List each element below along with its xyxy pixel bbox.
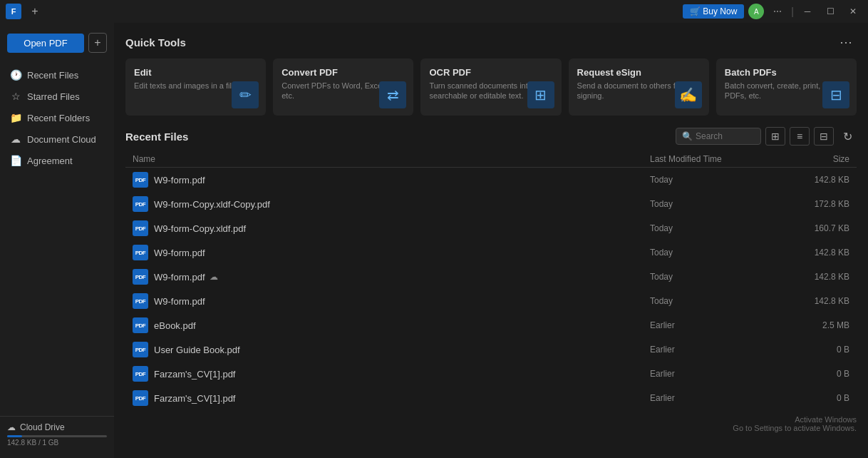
recent-files-title: Recent Files — [125, 131, 188, 143]
minimize-button[interactable]: ─ — [798, 4, 817, 19]
file-icon: PDF — [133, 245, 148, 260]
table-row[interactable]: PDF eBook.pdf Earlier 2.5 MB — [125, 313, 857, 337]
add-button[interactable]: + — [88, 33, 107, 53]
nav-label-document-cloud: Document Cloud — [27, 134, 96, 145]
avatar[interactable]: A — [748, 4, 764, 19]
activation-desc: Go to Settings to activate Windows. — [733, 424, 857, 432]
tool-card-request-esign[interactable]: Request eSign Send a document to others … — [569, 58, 709, 116]
sidebar-item-agreement[interactable]: 📄Agreement — [0, 150, 114, 171]
quick-tools-title: Quick Tools — [125, 36, 186, 49]
grid-view-button[interactable]: ⊞ — [765, 127, 785, 146]
storage-fill — [7, 435, 22, 437]
sidebar-item-starred-files[interactable]: ☆Starred Files — [0, 86, 114, 107]
nav-label-starred-files: Starred Files — [27, 91, 80, 102]
tool-icon-edit: ✏ — [232, 81, 259, 108]
content: Quick Tools ⋯ Edit Edit texts and images… — [114, 23, 868, 458]
file-size: 142.8 KB — [778, 272, 849, 282]
refresh-button[interactable]: ↻ — [838, 127, 857, 146]
app-icon: F — [6, 4, 21, 19]
table-row[interactable]: PDF W9-form.pdf Today 142.8 KB — [125, 168, 857, 192]
nav-icon-recent-folders: 📁 — [10, 112, 21, 123]
file-icon: PDF — [133, 342, 148, 357]
storage-bar — [7, 435, 107, 437]
tool-card-convert-pdf[interactable]: Convert PDF Convert PDFs to Word, Excel,… — [273, 58, 413, 116]
sidebar-item-recent-files[interactable]: 🕐Recent Files — [0, 64, 114, 86]
file-name: W9-form.pdf ☁ — [154, 272, 650, 283]
file-modified: Today — [650, 272, 778, 282]
table-row[interactable]: PDF Farzam's_CV[1].pdf Earlier 0 B — [125, 362, 857, 386]
table-row[interactable]: PDF W9-form-Copy.xldf-Copy.pdf Today 172… — [125, 192, 857, 216]
cloud-drive-row[interactable]: ☁ Cloud Drive — [7, 422, 107, 432]
close-button[interactable]: ✕ — [844, 4, 862, 19]
file-icon: PDF — [133, 196, 148, 212]
file-list-header: Name Last Modified Time Size — [125, 151, 857, 168]
quick-tools-header: Quick Tools ⋯ — [125, 23, 857, 58]
tool-icon-batch-pdfs: ⊟ — [822, 81, 849, 108]
file-icon: PDF — [133, 293, 148, 309]
tool-title-edit: Edit — [134, 67, 257, 78]
file-name: Farzam's_CV[1].pdf — [154, 369, 650, 380]
details-view-button[interactable]: ⊟ — [814, 127, 834, 146]
file-name: Farzam's_CV[1].pdf — [154, 393, 650, 404]
file-modified: Earlier — [650, 369, 778, 379]
search-box[interactable]: 🔍 — [676, 128, 761, 145]
tool-icon-area-edit: ✏ — [232, 81, 259, 108]
sidebar-item-document-cloud[interactable]: ☁Document Cloud — [0, 128, 114, 150]
tool-title-ocr-pdf: OCR PDF — [429, 67, 552, 78]
file-modified: Today — [650, 223, 778, 233]
sidebar-item-recent-folders[interactable]: 📁Recent Folders — [0, 107, 114, 128]
file-icon: PDF — [133, 390, 148, 406]
list-view-button[interactable]: ≡ — [790, 127, 810, 146]
file-modified: Earlier — [650, 345, 778, 355]
tool-icon-area-ocr-pdf: ⊞ — [527, 81, 554, 108]
file-modified: Today — [650, 248, 778, 258]
file-icon: PDF — [133, 172, 148, 188]
file-name: W9-form.pdf — [154, 175, 650, 185]
sidebar-top: Open PDF + — [0, 29, 114, 57]
buy-now-button[interactable]: 🛒 Buy Now — [683, 4, 744, 19]
quick-tools-more-button[interactable]: ⋯ — [835, 33, 857, 51]
tool-card-edit[interactable]: Edit Edit texts and images in a file. ✏ — [125, 58, 266, 116]
tool-icon-convert-pdf: ⇄ — [379, 81, 406, 108]
file-size: 0 B — [778, 369, 849, 379]
tool-title-request-esign: Request eSign — [577, 67, 701, 78]
tool-title-batch-pdfs: Batch PDFs — [725, 67, 848, 78]
menu-button[interactable]: ⋯ — [768, 4, 787, 19]
file-icon: PDF — [133, 366, 148, 382]
table-row[interactable]: PDF User Guide Book.pdf Earlier 0 B — [125, 337, 857, 362]
file-modified: Earlier — [650, 320, 778, 330]
maximize-button[interactable]: ☐ — [821, 4, 839, 19]
sidebar-nav: 🕐Recent Files☆Starred Files📁Recent Folde… — [0, 64, 114, 416]
nav-label-recent-files: Recent Files — [27, 70, 78, 81]
nav-icon-recent-files: 🕐 — [10, 69, 21, 81]
tool-icon-request-esign: ✍ — [675, 81, 702, 108]
file-name: eBook.pdf — [154, 320, 650, 331]
sidebar: Open PDF + 🕐Recent Files☆Starred Files📁R… — [0, 23, 114, 458]
file-size: 2.5 MB — [778, 320, 849, 330]
file-icon: PDF — [133, 317, 148, 333]
file-size: 142.8 KB — [778, 248, 849, 258]
file-modified: Today — [650, 175, 778, 185]
file-size: 160.7 KB — [778, 223, 849, 233]
new-tab-button[interactable]: + — [27, 4, 43, 19]
file-size: 0 B — [778, 393, 849, 403]
table-row[interactable]: PDF Farzam's_CV[1].pdf Earlier 0 B — [125, 386, 857, 410]
tool-card-ocr-pdf[interactable]: OCR PDF Turn scanned documents into sear… — [420, 58, 561, 116]
title-bar: F + 🛒 Buy Now A ⋯ | ─ ☐ ✕ — [0, 0, 868, 23]
table-row[interactable]: PDF W9-form-Copy.xldf.pdf Today 160.7 KB — [125, 216, 857, 240]
table-row[interactable]: PDF W9-form.pdf ☁ Today 142.8 KB — [125, 265, 857, 289]
search-input[interactable] — [696, 131, 755, 141]
file-modified: Today — [650, 296, 778, 306]
file-name: User Guide Book.pdf — [154, 345, 650, 355]
nav-icon-document-cloud: ☁ — [10, 133, 21, 145]
table-row[interactable]: PDF W9-form.pdf Today 142.8 KB — [125, 289, 857, 313]
tool-icon-ocr-pdf: ⊞ — [527, 81, 554, 108]
file-name: W9-form-Copy.xldf.pdf — [154, 223, 650, 234]
toolbar-right: 🔍 ⊞ ≡ ⊟ ↻ — [676, 127, 857, 146]
file-size: 172.8 KB — [778, 199, 849, 209]
open-pdf-button[interactable]: Open PDF — [7, 34, 84, 53]
table-row[interactable]: PDF W9-form.pdf Today 142.8 KB — [125, 240, 857, 265]
tool-card-batch-pdfs[interactable]: Batch PDFs Batch convert, create, print,… — [716, 58, 857, 116]
file-name: W9-form-Copy.xldf-Copy.pdf — [154, 199, 650, 210]
file-size: 142.8 KB — [778, 175, 849, 185]
